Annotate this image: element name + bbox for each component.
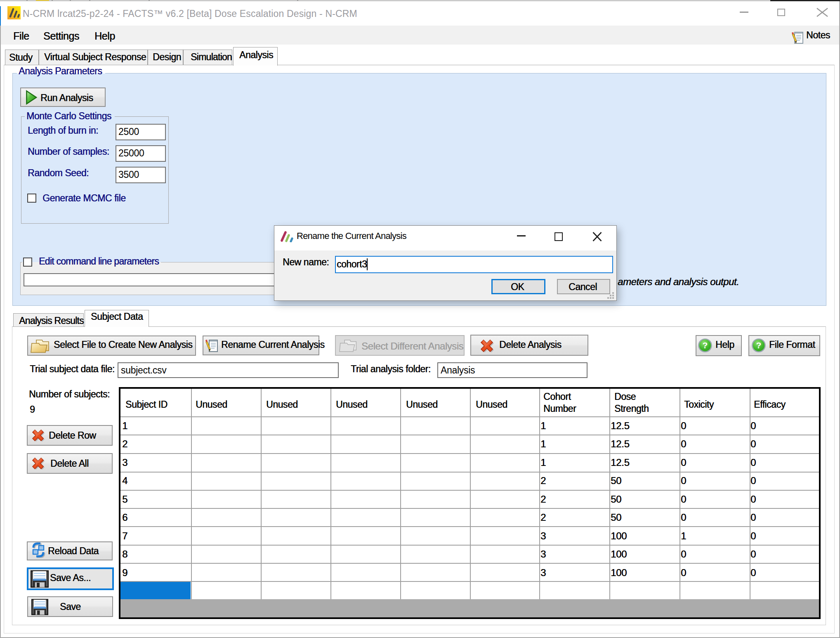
svg-text:?: ? <box>703 340 708 350</box>
svg-text:?: ? <box>756 340 762 350</box>
